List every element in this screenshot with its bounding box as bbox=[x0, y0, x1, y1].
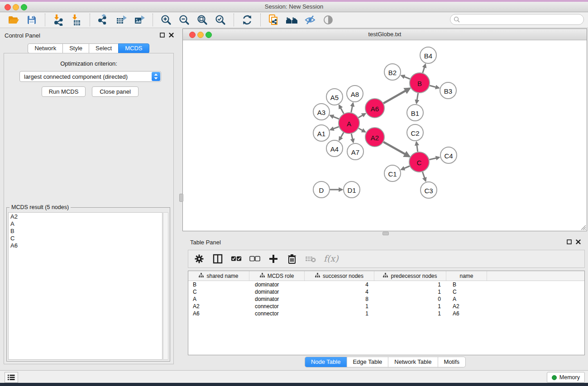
graph-node-C3[interactable]: C3 bbox=[421, 182, 437, 198]
graph-edge-A-A4[interactable] bbox=[339, 133, 344, 140]
result-item-b[interactable]: B bbox=[10, 228, 162, 235]
graph-edge-A-A8[interactable] bbox=[351, 103, 353, 113]
graph-node-C[interactable]: C bbox=[409, 152, 429, 172]
task-history-button[interactable] bbox=[5, 372, 18, 383]
run-mcds-button[interactable]: Run MCDS bbox=[42, 86, 86, 97]
float-panel-icon[interactable] bbox=[160, 33, 165, 38]
unselect-all-columns-icon[interactable] bbox=[249, 253, 260, 264]
graph-node-C1[interactable]: C1 bbox=[384, 165, 401, 181]
hide-selected-icon[interactable] bbox=[303, 14, 317, 26]
graph-edge-C-C2[interactable] bbox=[416, 142, 418, 152]
graph-node-D[interactable]: D bbox=[313, 181, 330, 198]
clone-network-icon[interactable] bbox=[267, 14, 281, 26]
graph-node-A1[interactable]: A1 bbox=[313, 125, 330, 141]
open-file-icon[interactable] bbox=[7, 14, 20, 26]
export-network-icon[interactable] bbox=[96, 14, 110, 26]
graph-node-A2[interactable]: A2 bbox=[365, 128, 384, 147]
tab-mcds[interactable]: MCDS bbox=[118, 43, 149, 53]
graph-node-A4[interactable]: A4 bbox=[326, 140, 343, 157]
zoom-in-icon[interactable] bbox=[159, 14, 173, 26]
tab-network-table[interactable]: Network Table bbox=[388, 357, 437, 367]
column-header-predecessor-nodes[interactable]: predecessor nodes bbox=[374, 271, 446, 281]
graph-edge-A-A2[interactable] bbox=[359, 129, 365, 132]
horizontal-split-handle[interactable] bbox=[382, 232, 389, 235]
graph-node-B1[interactable]: B1 bbox=[407, 105, 423, 121]
graph-edge-A-A1[interactable] bbox=[330, 127, 339, 130]
zoom-fit-icon[interactable] bbox=[196, 14, 209, 26]
result-list-scrollbar[interactable] bbox=[163, 212, 168, 360]
table-row-c[interactable]: Cdominator41C bbox=[188, 288, 584, 295]
table-settings-gear-icon[interactable] bbox=[194, 253, 205, 264]
float-panel-icon[interactable] bbox=[567, 239, 572, 244]
export-table-icon[interactable] bbox=[115, 14, 128, 26]
optimization-criterion-select[interactable]: largest connected component (directed) bbox=[19, 71, 161, 82]
close-panel-icon[interactable] bbox=[169, 33, 174, 38]
graph-node-B2[interactable]: B2 bbox=[384, 64, 401, 80]
table-row-b[interactable]: Bdominator41B bbox=[188, 281, 584, 288]
result-item-a2[interactable]: A2 bbox=[10, 213, 162, 220]
show-column-panel-icon[interactable] bbox=[212, 253, 223, 264]
graph-edge-A-A3[interactable] bbox=[330, 115, 339, 119]
result-item-a6[interactable]: A6 bbox=[10, 242, 162, 249]
graph-edge-B-B4[interactable] bbox=[423, 64, 425, 73]
graph-node-A3[interactable]: A3 bbox=[313, 104, 330, 120]
delete-column-icon[interactable] bbox=[287, 253, 297, 264]
apply-layout-icon[interactable] bbox=[240, 14, 254, 26]
graph-node-B4[interactable]: B4 bbox=[420, 47, 436, 63]
graph-edge-B-B2[interactable] bbox=[402, 76, 410, 79]
column-header-shared-name[interactable]: shared name bbox=[188, 271, 249, 281]
graph-edge-C-C4[interactable] bbox=[429, 157, 439, 160]
graph-node-A[interactable]: A bbox=[339, 113, 359, 133]
select-all-columns-icon[interactable] bbox=[231, 253, 242, 264]
graph-node-C2[interactable]: C2 bbox=[407, 124, 423, 141]
show-all-icon[interactable] bbox=[321, 14, 335, 26]
search-input[interactable] bbox=[462, 15, 580, 25]
close-panel-button[interactable]: Close panel bbox=[92, 86, 139, 97]
graph-edge-A-A7[interactable] bbox=[351, 133, 353, 142]
delete-table-icon[interactable] bbox=[305, 253, 316, 264]
graph-edge-C-C3[interactable] bbox=[422, 172, 425, 181]
zoom-out-icon[interactable] bbox=[177, 14, 191, 26]
graph-node-A5[interactable]: A5 bbox=[326, 89, 343, 105]
column-header-mcds-role[interactable]: MCDS role bbox=[249, 271, 305, 281]
export-image-icon[interactable] bbox=[133, 14, 146, 26]
import-network-icon[interactable] bbox=[52, 14, 65, 26]
save-session-icon[interactable] bbox=[25, 14, 38, 26]
tab-edge-table[interactable]: Edge Table bbox=[346, 357, 388, 367]
graph-node-D1[interactable]: D1 bbox=[344, 181, 360, 198]
result-item-a[interactable]: A bbox=[10, 220, 162, 228]
table-row-a[interactable]: Adominator80A bbox=[188, 295, 584, 303]
zoom-selected-icon[interactable] bbox=[214, 14, 227, 26]
window-resize-grip[interactable] bbox=[580, 224, 586, 230]
tab-network[interactable]: Network bbox=[28, 43, 63, 53]
graph-edge-A2-C[interactable] bbox=[383, 142, 409, 157]
graph-edge-B-B3[interactable] bbox=[430, 86, 439, 88]
graph-edge-A6-B[interactable] bbox=[383, 88, 410, 103]
graph-edge-B-B1[interactable] bbox=[416, 93, 418, 104]
graph-edge-C-C1[interactable] bbox=[401, 166, 410, 170]
close-panel-icon[interactable] bbox=[576, 239, 581, 244]
function-builder-icon[interactable]: f(x) bbox=[324, 253, 339, 263]
tab-style[interactable]: Style bbox=[62, 43, 89, 53]
vertical-split-handle[interactable] bbox=[179, 194, 183, 202]
graph-edge-A-A6[interactable] bbox=[359, 114, 365, 118]
column-header-successor-nodes[interactable]: successor nodes bbox=[305, 271, 374, 281]
result-item-c[interactable]: C bbox=[10, 235, 162, 242]
memory-button[interactable]: Memory bbox=[547, 372, 585, 383]
graph-node-A8[interactable]: A8 bbox=[347, 86, 363, 102]
tab-select[interactable]: Select bbox=[89, 43, 119, 53]
graphics-details-icon[interactable] bbox=[285, 14, 299, 26]
table-row-a6[interactable]: A6connector11A6 bbox=[188, 310, 584, 317]
create-column-icon[interactable] bbox=[268, 253, 279, 264]
tab-motifs[interactable]: Motifs bbox=[437, 357, 465, 367]
table-row-a2[interactable]: A2connector11A2 bbox=[188, 303, 584, 310]
graph-node-A6[interactable]: A6 bbox=[365, 99, 384, 118]
graph-edge-A-A5[interactable] bbox=[339, 105, 344, 114]
graph-node-C4[interactable]: C4 bbox=[440, 147, 457, 163]
graph-node-A7[interactable]: A7 bbox=[347, 143, 363, 160]
tab-node-table[interactable]: Node Table bbox=[305, 357, 347, 367]
graph-node-B[interactable]: B bbox=[410, 73, 430, 93]
network-canvas[interactable]: B4B2BB3A8A5A3A6B1AA1C2A2A4A7C4CC1C3DD1 bbox=[183, 40, 587, 231]
column-header-name[interactable]: name bbox=[446, 271, 487, 281]
graph-node-B3[interactable]: B3 bbox=[440, 82, 456, 99]
